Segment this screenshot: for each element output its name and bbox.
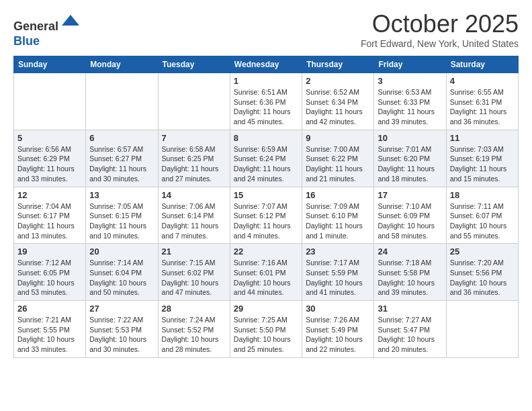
calendar-header-row: Sunday Monday Tuesday Wednesday Thursday… — [14, 56, 519, 73]
table-row: 2Sunrise: 6:52 AMSunset: 6:34 PMDaylight… — [302, 73, 374, 130]
day-number: 22 — [234, 246, 298, 257]
day-info: Sunrise: 7:24 AMSunset: 5:52 PMDaylight:… — [162, 315, 226, 355]
table-row: 19Sunrise: 7:12 AMSunset: 6:05 PMDayligh… — [14, 244, 86, 301]
table-row: 3Sunrise: 6:53 AMSunset: 6:33 PMDaylight… — [374, 73, 446, 130]
table-row: 30Sunrise: 7:26 AMSunset: 5:49 PMDayligh… — [302, 301, 374, 358]
title-block: October 2025 Fort Edward, New York, Unit… — [361, 10, 519, 49]
day-info: Sunrise: 6:52 AMSunset: 6:34 PMDaylight:… — [306, 87, 370, 127]
day-info: Sunrise: 7:10 AMSunset: 6:09 PMDaylight:… — [378, 201, 442, 241]
day-info: Sunrise: 7:09 AMSunset: 6:10 PMDaylight:… — [306, 201, 370, 241]
day-info: Sunrise: 7:17 AMSunset: 5:59 PMDaylight:… — [306, 258, 370, 298]
table-row: 14Sunrise: 7:06 AMSunset: 6:14 PMDayligh… — [158, 187, 230, 244]
day-number: 25 — [450, 246, 515, 257]
day-info: Sunrise: 7:06 AMSunset: 6:14 PMDaylight:… — [162, 201, 226, 241]
table-row: 31Sunrise: 7:27 AMSunset: 5:47 PMDayligh… — [374, 301, 446, 358]
logo-blue: Blue — [13, 34, 40, 48]
day-info: Sunrise: 7:22 AMSunset: 5:53 PMDaylight:… — [89, 315, 154, 355]
day-info: Sunrise: 7:27 AMSunset: 5:47 PMDaylight:… — [378, 315, 442, 355]
page-header: General Blue October 2025 Fort Edward, N… — [13, 10, 519, 49]
table-row: 1Sunrise: 6:51 AMSunset: 6:36 PMDaylight… — [230, 73, 302, 130]
day-number: 23 — [306, 246, 370, 257]
table-row: 16Sunrise: 7:09 AMSunset: 6:10 PMDayligh… — [302, 187, 374, 244]
calendar-week-row: 19Sunrise: 7:12 AMSunset: 6:05 PMDayligh… — [14, 244, 519, 301]
day-number: 16 — [306, 190, 370, 200]
day-number: 29 — [234, 304, 298, 314]
day-number: 4 — [450, 76, 515, 86]
location: Fort Edward, New York, United States — [361, 38, 519, 49]
day-info: Sunrise: 7:20 AMSunset: 5:56 PMDaylight:… — [450, 258, 515, 298]
day-number: 19 — [17, 246, 82, 257]
col-sunday: Sunday — [14, 56, 86, 73]
day-number: 13 — [89, 190, 154, 200]
table-row: 9Sunrise: 7:00 AMSunset: 6:22 PMDaylight… — [302, 130, 374, 187]
day-number: 28 — [162, 304, 226, 314]
table-row: 27Sunrise: 7:22 AMSunset: 5:53 PMDayligh… — [86, 301, 158, 358]
day-info: Sunrise: 7:11 AMSunset: 6:07 PMDaylight:… — [450, 201, 515, 241]
day-info: Sunrise: 6:55 AMSunset: 6:31 PMDaylight:… — [450, 87, 515, 127]
table-row: 17Sunrise: 7:10 AMSunset: 6:09 PMDayligh… — [374, 187, 446, 244]
calendar-table: Sunday Monday Tuesday Wednesday Thursday… — [13, 56, 519, 358]
table-row: 21Sunrise: 7:15 AMSunset: 6:02 PMDayligh… — [158, 244, 230, 301]
logo: General Blue — [13, 10, 81, 48]
table-row: 26Sunrise: 7:21 AMSunset: 5:55 PMDayligh… — [14, 301, 86, 358]
day-number: 18 — [450, 190, 515, 200]
day-info: Sunrise: 6:57 AMSunset: 6:27 PMDaylight:… — [89, 144, 154, 184]
day-number: 30 — [306, 304, 370, 314]
day-number: 8 — [234, 133, 298, 143]
day-info: Sunrise: 7:15 AMSunset: 6:02 PMDaylight:… — [162, 258, 226, 298]
table-row: 29Sunrise: 7:25 AMSunset: 5:50 PMDayligh… — [230, 301, 302, 358]
day-number: 6 — [89, 133, 154, 143]
table-row — [158, 73, 230, 130]
day-number: 21 — [162, 246, 226, 257]
day-number: 27 — [89, 304, 154, 314]
day-info: Sunrise: 7:14 AMSunset: 6:04 PMDaylight:… — [89, 258, 154, 298]
day-info: Sunrise: 7:26 AMSunset: 5:49 PMDaylight:… — [306, 315, 370, 355]
col-thursday: Thursday — [302, 56, 374, 73]
day-info: Sunrise: 7:01 AMSunset: 6:20 PMDaylight:… — [378, 144, 442, 184]
day-number: 9 — [306, 133, 370, 143]
day-number: 1 — [234, 76, 298, 86]
day-info: Sunrise: 7:04 AMSunset: 6:17 PMDaylight:… — [17, 201, 82, 241]
day-info: Sunrise: 7:00 AMSunset: 6:22 PMDaylight:… — [306, 144, 370, 184]
calendar-week-row: 1Sunrise: 6:51 AMSunset: 6:36 PMDaylight… — [14, 73, 519, 130]
table-row: 25Sunrise: 7:20 AMSunset: 5:56 PMDayligh… — [446, 244, 518, 301]
table-row: 11Sunrise: 7:03 AMSunset: 6:19 PMDayligh… — [446, 130, 518, 187]
col-tuesday: Tuesday — [158, 56, 230, 73]
day-number: 12 — [17, 190, 82, 200]
day-number: 26 — [17, 304, 82, 314]
table-row: 8Sunrise: 6:59 AMSunset: 6:24 PMDaylight… — [230, 130, 302, 187]
table-row: 22Sunrise: 7:16 AMSunset: 6:01 PMDayligh… — [230, 244, 302, 301]
table-row: 13Sunrise: 7:05 AMSunset: 6:15 PMDayligh… — [86, 187, 158, 244]
day-number: 17 — [378, 190, 442, 200]
col-friday: Friday — [374, 56, 446, 73]
logo-general: General — [13, 19, 58, 33]
day-info: Sunrise: 7:16 AMSunset: 6:01 PMDaylight:… — [234, 258, 298, 298]
day-info: Sunrise: 7:05 AMSunset: 6:15 PMDaylight:… — [89, 201, 154, 241]
day-info: Sunrise: 6:56 AMSunset: 6:29 PMDaylight:… — [17, 144, 82, 184]
table-row: 18Sunrise: 7:11 AMSunset: 6:07 PMDayligh… — [446, 187, 518, 244]
day-number: 3 — [378, 76, 442, 86]
day-number: 24 — [378, 246, 442, 257]
day-info: Sunrise: 6:59 AMSunset: 6:24 PMDaylight:… — [234, 144, 298, 184]
col-wednesday: Wednesday — [230, 56, 302, 73]
day-number: 14 — [162, 190, 226, 200]
table-row: 7Sunrise: 6:58 AMSunset: 6:25 PMDaylight… — [158, 130, 230, 187]
day-number: 10 — [378, 133, 442, 143]
day-info: Sunrise: 7:25 AMSunset: 5:50 PMDaylight:… — [234, 315, 298, 355]
table-row: 23Sunrise: 7:17 AMSunset: 5:59 PMDayligh… — [302, 244, 374, 301]
day-info: Sunrise: 7:12 AMSunset: 6:05 PMDaylight:… — [17, 258, 82, 298]
calendar-week-row: 26Sunrise: 7:21 AMSunset: 5:55 PMDayligh… — [14, 301, 519, 358]
day-info: Sunrise: 7:18 AMSunset: 5:58 PMDaylight:… — [378, 258, 442, 298]
day-number: 7 — [162, 133, 226, 143]
col-monday: Monday — [86, 56, 158, 73]
day-number: 11 — [450, 133, 515, 143]
day-info: Sunrise: 6:53 AMSunset: 6:33 PMDaylight:… — [378, 87, 442, 127]
table-row — [86, 73, 158, 130]
month-title: October 2025 — [361, 10, 519, 38]
table-row: 24Sunrise: 7:18 AMSunset: 5:58 PMDayligh… — [374, 244, 446, 301]
day-info: Sunrise: 6:58 AMSunset: 6:25 PMDaylight:… — [162, 144, 226, 184]
calendar-week-row: 5Sunrise: 6:56 AMSunset: 6:29 PMDaylight… — [14, 130, 519, 187]
table-row: 28Sunrise: 7:24 AMSunset: 5:52 PMDayligh… — [158, 301, 230, 358]
day-info: Sunrise: 7:07 AMSunset: 6:12 PMDaylight:… — [234, 201, 298, 241]
page-container: General Blue October 2025 Fort Edward, N… — [0, 0, 532, 365]
